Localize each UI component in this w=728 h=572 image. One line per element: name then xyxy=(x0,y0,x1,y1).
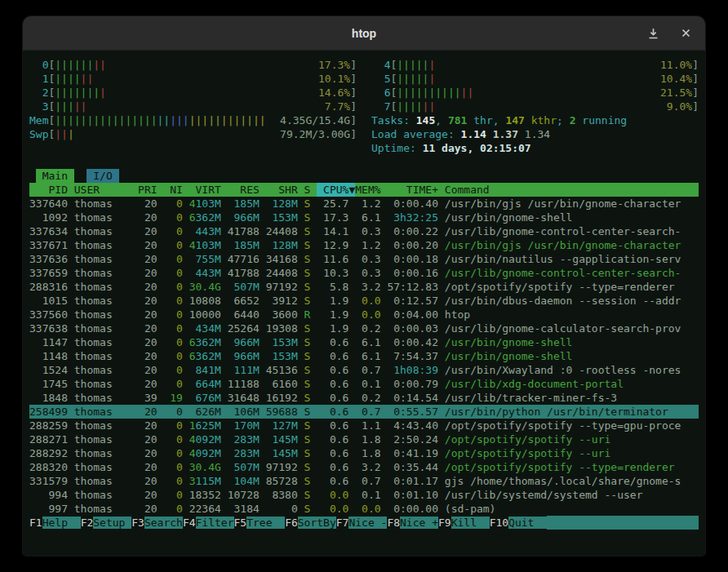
cell-res: 47716 xyxy=(228,252,266,266)
cell-pid: 997 xyxy=(29,502,74,516)
cell-mem: 0.7 xyxy=(355,363,387,377)
meter-bracket-open: [ xyxy=(390,72,397,86)
process-row[interactable]: 288320 thomas 20 0 30.4G 507M 97192 S 0.… xyxy=(29,460,699,474)
tab-io[interactable]: I/O xyxy=(87,169,118,183)
process-row[interactable]: 997 thomas 20 0 22364 3184 0 S 0.0 0.0 0… xyxy=(29,502,699,516)
col-header-pid[interactable]: PID xyxy=(29,183,74,197)
process-row[interactable]: 1745 thomas 20 0 664M 11188 6160 S 0.6 0… xyxy=(29,377,699,391)
cell-user: thomas xyxy=(74,377,138,391)
cell-mem: 3.2 xyxy=(355,280,387,294)
fkey-number: F6 xyxy=(285,517,298,529)
fkey-filter[interactable]: F4Filter xyxy=(183,516,234,530)
meter-bars: |||||||| xyxy=(55,58,106,72)
cell-state: S xyxy=(304,294,317,308)
process-row[interactable]: 337659 thomas 20 0 443M 41788 24408 S 10… xyxy=(29,266,699,280)
cell-res: 170M xyxy=(228,419,266,432)
process-row[interactable]: 1524 thomas 20 0 841M 111M 45136 S 0.6 0… xyxy=(29,363,699,377)
cell-res: 111M xyxy=(228,363,266,377)
cell-state: R xyxy=(304,308,317,321)
process-row[interactable]: 337636 thomas 20 0 755M 47716 34168 S 11… xyxy=(29,252,699,266)
cell-virt: 434M xyxy=(189,321,228,335)
process-row[interactable]: 288316 thomas 20 0 30.4G 507M 97192 S 5.… xyxy=(29,280,699,294)
cell-cpu: 0.0 xyxy=(317,488,355,502)
cell-pid: 1092 xyxy=(29,211,74,224)
close-icon[interactable] xyxy=(679,27,692,40)
fkey-quit[interactable]: F10Quit xyxy=(490,516,547,530)
col-header-s[interactable]: S xyxy=(304,183,317,197)
meter-bracket-close: ] xyxy=(692,72,699,86)
cell-command: /opt/spotify/spotify --uri xyxy=(445,446,699,460)
fnbar-filler xyxy=(547,516,699,530)
col-header-res[interactable]: RES xyxy=(228,183,266,197)
tab-main[interactable]: Main xyxy=(36,169,74,183)
window-titlebar[interactable]: htop xyxy=(23,16,705,51)
fkey-nice[interactable]: F8Nice + xyxy=(387,516,438,530)
col-header-pri[interactable]: PRI xyxy=(138,183,163,197)
cell-time: 0:01.10 xyxy=(387,488,444,502)
process-row[interactable]: 337560 thomas 20 0 10000 6440 3600 R 1.9… xyxy=(29,308,699,321)
cell-ni: 0 xyxy=(163,197,189,211)
col-header-user[interactable]: USER xyxy=(74,183,138,197)
process-row[interactable]: 1092 thomas 20 0 6362M 966M 153M S 17.3 … xyxy=(29,211,699,224)
col-header-cpu[interactable]: CPU%▼ xyxy=(317,183,355,197)
cell-shr: 153M xyxy=(266,211,304,224)
cell-shr: 0 xyxy=(266,502,304,516)
cell-command: htop xyxy=(445,308,699,321)
cell-ni: 0 xyxy=(163,266,189,280)
cell-cpu: 0.0 xyxy=(317,502,355,516)
cell-pri: 20 xyxy=(138,266,163,280)
col-header-mem[interactable]: MEM% xyxy=(355,183,387,197)
meter-label: 1 xyxy=(29,72,48,86)
cell-virt: 22364 xyxy=(189,502,228,516)
process-row[interactable]: 1147 thomas 20 0 6362M 966M 153M S 0.6 6… xyxy=(29,335,699,349)
cell-state: S xyxy=(304,460,317,474)
col-header-command[interactable]: Command xyxy=(445,183,490,197)
cell-mem: 0.3 xyxy=(355,266,387,280)
uptime: Uptime: 11 days, 02:15:07 xyxy=(371,141,699,155)
cell-time: 0:12.57 xyxy=(387,294,444,308)
meter-bars: |||||||||||| xyxy=(397,86,473,100)
fkey-help[interactable]: F1Help xyxy=(29,516,81,530)
fkey-setup[interactable]: F2Setup xyxy=(81,516,132,530)
cell-command: /opt/spotify/spotify --uri xyxy=(445,432,699,446)
table-header: PID USER PRI NI VIRT RES SHR S CPU%▼MEM%… xyxy=(29,183,699,197)
cell-res: 185M xyxy=(228,197,266,211)
meter-bracket-close: ] xyxy=(350,127,357,141)
cpu-meter-5: 5[||||||10.4%] xyxy=(371,72,699,86)
process-row[interactable]: 1015 thomas 20 0 10808 6652 3912 S 1.9 0… xyxy=(29,294,699,308)
process-row[interactable]: 337640 thomas 20 0 4103M 185M 128M S 25.… xyxy=(29,197,699,211)
fkey-search[interactable]: F3Search xyxy=(131,516,183,530)
fkey-tree[interactable]: F5Tree xyxy=(234,516,286,530)
col-header-time[interactable]: TIME+ xyxy=(387,183,444,197)
process-row[interactable]: 337638 thomas 20 0 434M 25264 19308 S 1.… xyxy=(29,321,699,335)
process-row[interactable]: 337634 thomas 20 0 443M 41788 24408 S 14… xyxy=(29,224,699,238)
process-row[interactable]: 288259 thomas 20 0 1625M 170M 127M S 0.6… xyxy=(29,419,699,432)
cell-pri: 20 xyxy=(138,488,163,502)
process-row[interactable]: 331579 thomas 20 0 3115M 104M 85728 S 0.… xyxy=(29,474,699,488)
fkey-nice[interactable]: F7Nice - xyxy=(336,516,388,530)
cell-pri: 20 xyxy=(138,363,163,377)
meter-value: 9.0% xyxy=(667,100,692,113)
process-row[interactable]: 994 thomas 20 0 18352 10728 8380 S 0.0 0… xyxy=(29,488,699,502)
cell-user: thomas xyxy=(74,391,138,405)
cell-shr: 128M xyxy=(266,238,304,252)
process-row[interactable]: 1848 thomas 39 19 676M 31648 16192 S 0.6… xyxy=(29,391,699,405)
process-row[interactable]: 288271 thomas 20 0 4092M 283M 145M S 0.6… xyxy=(29,432,699,446)
cell-command: (sd-pam) xyxy=(445,502,699,516)
cell-pri: 20 xyxy=(138,474,163,488)
col-header-ni[interactable]: NI xyxy=(163,183,189,197)
fkey-number: F3 xyxy=(131,517,144,529)
col-header-virt[interactable]: VIRT xyxy=(189,183,228,197)
process-row[interactable]: 337671 thomas 20 0 4103M 185M 128M S 12.… xyxy=(29,238,699,252)
cell-state: S xyxy=(304,488,317,502)
fkey-sortby[interactable]: F6SortBy xyxy=(285,516,336,530)
cell-res: 6652 xyxy=(228,294,266,308)
process-row-selected[interactable]: 258499 thomas 20 0 626M 106M 59688 S 0.6… xyxy=(29,405,699,419)
cell-pri: 20 xyxy=(138,377,163,391)
cell-pid: 1147 xyxy=(29,335,74,349)
download-icon[interactable] xyxy=(646,27,659,40)
fkey-kill[interactable]: F9Kill xyxy=(438,516,490,530)
process-row[interactable]: 1148 thomas 20 0 6362M 966M 153M S 0.6 6… xyxy=(29,349,699,363)
process-row[interactable]: 288292 thomas 20 0 4092M 283M 145M S 0.6… xyxy=(29,446,699,460)
col-header-shr[interactable]: SHR xyxy=(266,183,304,197)
